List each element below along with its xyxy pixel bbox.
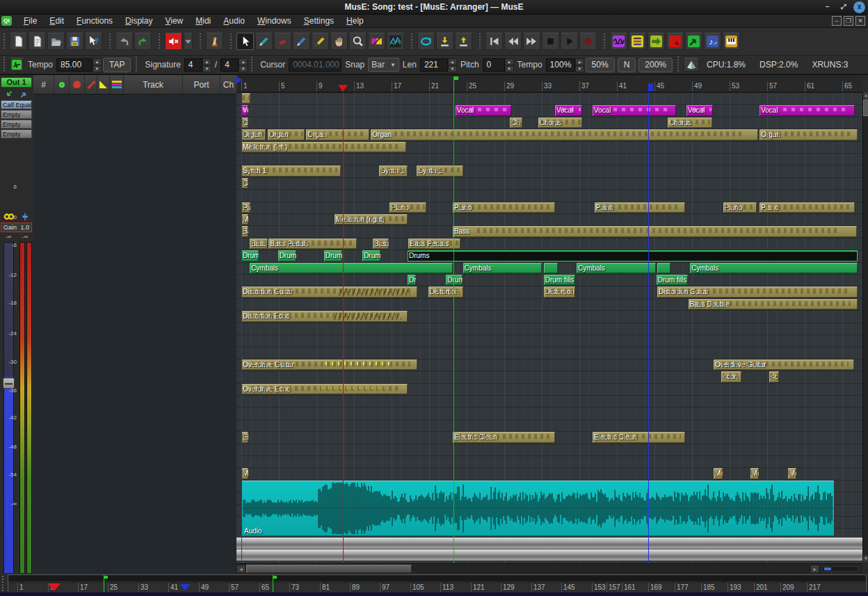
sig-den-arrows[interactable]: ▲▼ <box>239 58 248 72</box>
overview-marker-flag-icon[interactable] <box>104 575 104 592</box>
toolbar-grip[interactable] <box>230 33 233 50</box>
show-aux-tracks-button[interactable] <box>629 33 646 50</box>
menu-view[interactable]: View <box>159 16 189 26</box>
part-piano[interactable]: Piano <box>389 202 426 213</box>
pitch-value[interactable]: 0 <box>483 58 505 72</box>
play-button[interactable] <box>561 33 578 50</box>
part-synth-1[interactable]: Synth 1 <box>241 166 341 176</box>
signature-denominator-spinbox[interactable]: 4 ▲▼ <box>220 58 248 72</box>
output-track-button[interactable]: Out 1 <box>1 77 32 88</box>
scroll-down-icon[interactable]: ▼ <box>863 556 868 562</box>
menu-file[interactable]: File <box>17 16 43 26</box>
part-unnamed[interactable] <box>544 263 558 273</box>
loop-button[interactable] <box>417 33 435 50</box>
part-vocal[interactable]: Vocal <box>760 105 855 115</box>
mdi-close-icon[interactable]: ✕ <box>855 16 865 26</box>
part-bass-pedals[interactable]: Bass Pedals <box>268 239 357 249</box>
tap-button[interactable]: TAP <box>103 58 131 72</box>
port-header[interactable]: Port <box>183 75 220 94</box>
menu-windows[interactable]: Windows <box>251 16 298 26</box>
panic-button[interactable] <box>165 33 182 50</box>
toolbar-grip[interactable] <box>250 56 254 73</box>
part-cymbals[interactable]: Cymbals <box>463 263 542 273</box>
metronome-button[interactable] <box>206 33 223 50</box>
playhead-marker-icon[interactable] <box>338 85 348 92</box>
scroll-right-icon[interactable]: ▸ <box>810 565 819 573</box>
part-me[interactable]: Me <box>788 468 797 478</box>
part-bass[interactable]: Bass <box>373 239 389 249</box>
part-unnamed[interactable] <box>241 93 250 104</box>
part-electric-clean[interactable]: Electric Clean <box>593 432 685 442</box>
part-piano[interactable]: Piano <box>760 202 855 213</box>
part-organ[interactable]: Organ <box>268 129 305 140</box>
song-overview-ruler[interactable]: 1917253341495765738189971051131211291371… <box>8 574 867 592</box>
arranger-canvas[interactable]: 1591317212529333741454953576165 VoVocalV… <box>236 75 862 573</box>
overview-marker-strip[interactable] <box>8 575 866 582</box>
part-ele[interactable]: Ele <box>241 432 248 442</box>
part-unnamed[interactable] <box>657 263 670 273</box>
cut-part-tool-button[interactable] <box>368 33 385 50</box>
part-mellotron-right-[interactable]: Mellotron (right) <box>335 214 408 225</box>
new-from-template-button[interactable] <box>29 33 46 50</box>
part-overdrive-echo[interactable]: Overdrive Echo <box>241 384 408 394</box>
menu-display[interactable]: Display <box>119 16 159 26</box>
pointer-tool-button[interactable] <box>236 33 254 50</box>
part-ch[interactable]: Ch <box>510 118 522 128</box>
toolbar-grip[interactable] <box>108 33 112 50</box>
save-song-button[interactable] <box>66 33 83 50</box>
part-organ[interactable]: Organ <box>760 129 858 140</box>
mdi-minimize-icon[interactable]: – <box>832 16 842 26</box>
overview-loop-icon[interactable] <box>180 584 190 590</box>
solo-header-icon[interactable] <box>85 75 97 94</box>
part-me[interactable]: Me <box>241 214 248 225</box>
part-drum[interactable]: Drum <box>278 250 296 261</box>
part-organ[interactable]: Organ <box>241 129 266 140</box>
tempo-scale-spinbox[interactable]: 100% ▲▼ <box>546 58 584 72</box>
tempo-value[interactable]: 85.00 <box>56 58 93 72</box>
part-cymbals[interactable]: Cymbals <box>250 263 453 273</box>
part-distortion[interactable]: Distortion <box>428 287 463 297</box>
pan-tool-button[interactable] <box>330 33 348 50</box>
len-arrows[interactable]: ▲▼ <box>448 58 457 72</box>
part--c[interactable]: <c <box>769 371 779 382</box>
signature-numerator[interactable]: 4 <box>184 58 202 72</box>
part-mellotron-left-[interactable]: Mellotron (left) <box>241 142 406 152</box>
fast-forward-button[interactable] <box>523 33 540 50</box>
tempo-spin-arrows[interactable]: ▲▼ <box>93 58 102 72</box>
part-piano[interactable]: Piano <box>595 202 685 213</box>
overview-bar-numbers[interactable]: 1917253341495765738189971051131211291371… <box>8 583 866 592</box>
part-distortion[interactable]: Distortion <box>544 287 575 297</box>
timelock-header-icon[interactable] <box>97 75 110 94</box>
stretch-tool-button[interactable] <box>312 33 329 50</box>
tempo-scale-arrows[interactable]: ▲▼ <box>575 58 584 72</box>
toolbar-grip[interactable] <box>603 33 606 50</box>
tempo-normal-button[interactable]: N <box>618 58 636 72</box>
len-spinbox[interactable]: 221 ▲▼ <box>420 58 457 72</box>
part-bass[interactable]: Bass <box>250 239 268 249</box>
track-name-header[interactable]: Track <box>124 75 183 94</box>
menu-settings[interactable]: Settings <box>298 16 340 26</box>
new-song-button[interactable] <box>10 33 27 50</box>
tempo-200-button[interactable]: 200% <box>638 58 673 72</box>
part-organ[interactable]: Organ <box>306 129 369 140</box>
redo-button[interactable] <box>134 33 152 50</box>
input-routing-icon[interactable] <box>1 89 17 99</box>
marker-flag-icon[interactable] <box>453 76 454 92</box>
part-ch[interactable]: Ch <box>241 118 248 128</box>
pencil-tool-button[interactable] <box>255 33 273 50</box>
pre-fader-icon[interactable] <box>21 211 29 221</box>
vertical-scrollbar[interactable]: ▲ ▼ <box>862 92 868 562</box>
record-arm-header-icon[interactable] <box>54 75 70 94</box>
restore-icon[interactable]: ⤢ <box>837 1 849 13</box>
part-vocal[interactable]: Vocal <box>593 105 677 115</box>
overview-playhead-icon[interactable] <box>48 583 61 591</box>
automation-tool-button[interactable] <box>387 33 404 50</box>
menu-audio[interactable]: Audio <box>217 16 251 26</box>
show-output-tracks-button[interactable] <box>685 33 702 50</box>
part-drum-fills[interactable]: Drum fills <box>544 275 575 285</box>
tempo-spinbox[interactable]: 85.00 ▲▼ <box>56 58 102 72</box>
part-vocal[interactable]: Vocal <box>456 105 511 115</box>
show-midi-tracks-button[interactable]: ♪ <box>704 33 721 50</box>
part-drum[interactable]: Drum <box>446 275 462 285</box>
menu-edit[interactable]: Edit <box>43 16 70 26</box>
